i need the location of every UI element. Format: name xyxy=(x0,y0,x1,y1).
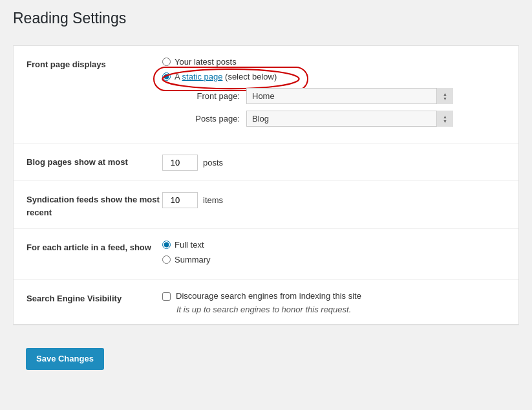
front-page-select-label: Front page: xyxy=(175,91,240,101)
static-page-link[interactable]: static page xyxy=(182,72,223,81)
radio-latest-posts[interactable] xyxy=(162,58,171,66)
radio-full-label[interactable]: Full text xyxy=(175,240,204,250)
syndication-input[interactable]: 10 xyxy=(162,192,198,208)
search-engine-label: Search Engine Visibility xyxy=(27,290,162,305)
search-engine-control: Discourage search engines from indexing … xyxy=(162,290,505,314)
radio-static-label[interactable]: A static page (select below) xyxy=(175,72,277,81)
blog-pages-control: 10 posts xyxy=(162,153,505,171)
syndication-suffix: items xyxy=(203,195,223,205)
feed-article-control: Full text Summary xyxy=(162,239,505,270)
page-title: Reading Settings xyxy=(13,10,519,32)
blog-pages-label: Blog pages show at most xyxy=(27,153,162,169)
radio-summary-label[interactable]: Summary xyxy=(175,255,211,264)
save-changes-button[interactable]: Save Changes xyxy=(26,348,104,370)
posts-page-select-label: Posts page: xyxy=(175,114,240,124)
radio-static-page[interactable] xyxy=(162,72,171,81)
feed-article-label: For each article in a feed, show xyxy=(27,239,162,254)
search-engine-checkbox[interactable] xyxy=(162,292,171,301)
blog-pages-suffix: posts xyxy=(203,158,223,167)
front-page-control: Your latest posts A static page (select … xyxy=(162,56,505,133)
radio-latest-label[interactable]: Your latest posts xyxy=(175,57,237,67)
radio-summary[interactable] xyxy=(162,255,171,264)
radio-full-text[interactable] xyxy=(162,241,171,249)
blog-pages-input[interactable]: 10 xyxy=(162,155,198,171)
syndication-label: Syndication feeds show the most recent xyxy=(27,191,162,219)
front-page-select[interactable]: Home Sample Page About xyxy=(246,88,453,104)
search-engine-checkbox-label[interactable]: Discourage search engines from indexing … xyxy=(176,291,361,301)
front-page-label: Front page displays xyxy=(27,56,162,71)
posts-page-select[interactable]: Blog News Articles xyxy=(246,111,453,127)
syndication-control: 10 items xyxy=(162,191,505,208)
search-engine-hint: It is up to search engines to honor this… xyxy=(176,305,505,314)
